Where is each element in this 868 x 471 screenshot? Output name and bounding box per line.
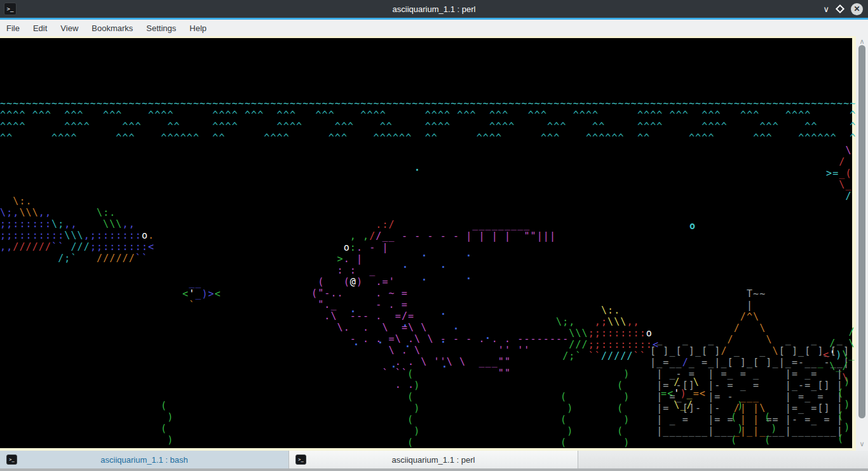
menubar: File Edit View Bookmarks Settings Help — [0, 20, 868, 36]
maximize-button[interactable] — [836, 4, 844, 13]
seaweed: ( ) ( ) — [161, 400, 173, 446]
terminal-icon: >_ — [295, 454, 306, 465]
menu-item-file[interactable]: File — [6, 23, 20, 33]
titlebar[interactable]: >_ asciiquarium_1.1 : perl ∨ ✕ — [0, 0, 868, 18]
minimize-button[interactable]: ∨ — [823, 5, 829, 13]
water-line-2: ^^^^ ^^^^ ^^^ ^^ ^^^^ ^^^^ ^^^ ^^ ^^^^ ^… — [0, 121, 856, 132]
bubble: . — [453, 321, 459, 332]
tab-bash-label: asciiquarium_1.1 : bash — [100, 455, 187, 465]
bubble: . — [391, 359, 397, 370]
menu-item-help[interactable]: Help — [189, 23, 207, 33]
scrollbar-thumb[interactable] — [858, 45, 865, 418]
menu-item-bookmarks[interactable]: Bookmarks — [92, 23, 133, 33]
tab-bar: >_ asciiquarium_1.1 : bash >_ asciiquari… — [0, 451, 868, 468]
bubble: . — [402, 259, 408, 270]
bubble: . — [414, 162, 420, 173]
menu-item-settings[interactable]: Settings — [146, 23, 176, 33]
bubble: . — [353, 336, 359, 348]
seaweed: ( ) ( — [764, 411, 777, 446]
menu-item-edit[interactable]: Edit — [33, 23, 47, 33]
terminal-icon: >_ — [6, 454, 17, 465]
window-title: asciiquarium_1.1 : perl — [0, 4, 868, 14]
small-blue-fish: __ <'_)>< ` — [182, 277, 221, 311]
fish-entering-top-right: \ / >=_( \_ / — [826, 145, 852, 202]
bubble: . — [405, 338, 410, 350]
fish-school-left: \:. \;,\\\,, \:. ;;::::::\;,, \\\,, ;;::… — [0, 196, 154, 264]
bubble: . — [350, 303, 356, 315]
fish-right-group: \:. \;, ,;\\\,, \\\;;:::::::o ///;;:::::… — [556, 305, 659, 362]
bubble: . — [442, 359, 447, 370]
water-surface: ~~~~~~~~~~~~~~~~~~~~~~~~~~~~~~~~~~~~~~~~… — [0, 98, 856, 109]
seaweed: ) ( ) ( ) ( — [837, 376, 850, 444]
castle: T~~ | /^\ / \ _ _ _ / \ _ _ _ [ ]_[ ]_[ … — [650, 288, 850, 437]
water-line-1: ^^^^ ^^^ ^^^ ^^^ ^^^^ ^^^^ ^^^ ^^^ ^^^ ^… — [0, 109, 856, 121]
bubble: . — [377, 335, 383, 346]
scrollbar[interactable]: ∧ ∨ — [856, 36, 868, 451]
bubble: . — [440, 259, 446, 270]
konsole-app-icon: >_ — [4, 3, 17, 15]
bubble: . — [485, 330, 491, 342]
tab-perl-label: asciiquarium_1.1 : perl — [392, 455, 475, 465]
bubble: . — [421, 248, 427, 259]
seaweed: ) ( ) ( — [731, 400, 743, 446]
konsole-window: >_ asciiquarium_1.1 : perl ∨ ✕ File Edit… — [0, 0, 868, 471]
menu-item-view[interactable]: View — [60, 23, 78, 33]
tab-bash[interactable]: >_ asciiquarium_1.1 : bash — [0, 451, 289, 468]
tab-perl[interactable]: >_ asciiquarium_1.1 : perl — [289, 451, 578, 468]
terminal-screen[interactable]: ~~~~~~~~~~~~~~~~~~~~~~~~~~~~~~~~~~~~~~~~… — [0, 36, 856, 451]
seaweed: ( ) ( ) ( — [560, 391, 573, 448]
close-button[interactable]: ✕ — [851, 3, 863, 15]
focus-frame-top — [0, 36, 856, 38]
bubble: . — [440, 334, 446, 345]
fish-over-castle: / \ =<')_=< \_/ — [661, 376, 706, 411]
window-bottom-edge — [0, 468, 868, 471]
bubble: . — [421, 272, 427, 283]
bubble: . — [466, 248, 471, 259]
bubble: . — [402, 317, 408, 329]
scroll-down-icon[interactable]: ∨ — [856, 440, 868, 448]
water-line-3: ^^ ^^^^ ^^^ ^^^^^^ ^^ ^^^^ ^^^ ^^^^^^ ^^… — [0, 132, 856, 143]
bubble: . — [466, 270, 471, 282]
seaweed: ( ) ( ) ( ) ( — [407, 368, 420, 448]
bubble: o — [689, 220, 695, 232]
fish-edge-right: / / \ <')\_ \_/ \ — [823, 326, 855, 383]
seaweed: ) ( ) ( ) ( ) — [617, 368, 630, 448]
bubble: . — [440, 306, 446, 317]
